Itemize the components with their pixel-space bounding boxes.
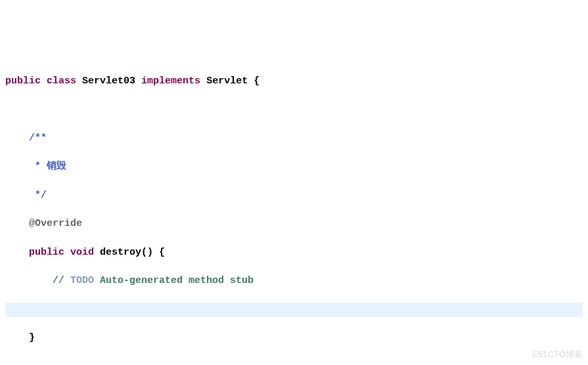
- close-brace-line: }: [5, 331, 583, 345]
- blank-line: [5, 102, 583, 117]
- comment-slashes: //: [53, 275, 70, 286]
- class-name: Servlet03: [82, 75, 135, 87]
- doc-comment-line: * 销毁: [5, 160, 583, 174]
- interface-name: Servlet: [206, 75, 248, 87]
- doc-body: * 销毁: [29, 161, 66, 172]
- doc-close: */: [29, 190, 47, 201]
- current-line: [5, 303, 583, 317]
- open-brace: {: [153, 247, 165, 258]
- annotation-line: @Override: [5, 217, 583, 231]
- kw-class: class: [47, 75, 76, 87]
- override-annotation: @Override: [29, 218, 82, 229]
- watermark: ©51CTO博客: [532, 349, 583, 361]
- doc-comment-line: */: [5, 188, 583, 203]
- method-name: destroy: [100, 247, 141, 258]
- open-brace: {: [248, 75, 260, 87]
- kw-public: public: [5, 75, 41, 87]
- kw-void: void: [70, 247, 94, 258]
- method-signature: public void destroy() {: [5, 246, 583, 260]
- parens: (): [141, 247, 153, 258]
- class-declaration: public class Servlet03 implements Servle…: [5, 74, 583, 89]
- close-brace: }: [29, 332, 35, 343]
- kw-implements: implements: [141, 75, 200, 87]
- kw-public: public: [29, 247, 64, 258]
- blank-line: [5, 360, 583, 365]
- todo-text: Auto-generated method stub: [94, 275, 254, 286]
- doc-comment-line: /**: [5, 131, 583, 146]
- doc-open: /**: [29, 133, 47, 144]
- todo-comment: // TODO Auto-generated method stub: [5, 274, 583, 288]
- todo-keyword: TODO: [70, 275, 94, 286]
- code-editor: public class Servlet03 implements Servle…: [0, 57, 588, 365]
